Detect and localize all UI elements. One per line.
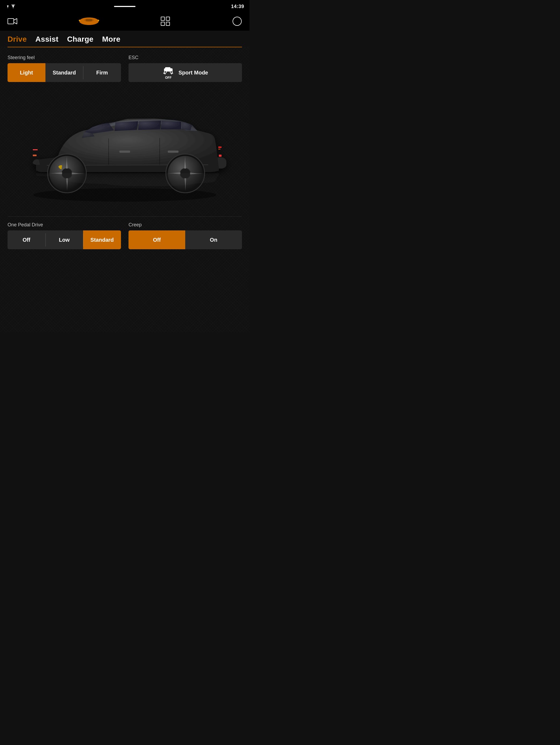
tab-charge[interactable]: Charge	[67, 35, 93, 47]
svg-marker-3	[14, 19, 17, 24]
tab-drive[interactable]: Drive	[7, 35, 27, 47]
steering-feel-buttons: Light Standard Firm	[7, 63, 121, 82]
svg-rect-28	[218, 147, 222, 148]
svg-rect-6	[86, 19, 92, 21]
car-illustration	[0, 82, 250, 217]
svg-rect-10	[98, 20, 99, 21]
creep-label: Creep	[129, 222, 242, 228]
svg-rect-2	[8, 19, 14, 24]
tab-assist[interactable]: Assist	[35, 35, 59, 47]
svg-point-1	[13, 7, 13, 8]
home-indicator	[114, 6, 135, 7]
wifi-signal-icon	[10, 4, 16, 9]
steering-firm-btn[interactable]: Firm	[83, 63, 121, 82]
esc-car-icon: OFF	[162, 66, 174, 79]
esc-off-label: OFF	[165, 76, 171, 79]
svg-rect-26	[33, 149, 38, 150]
esc-sport-mode-label: Sport Mode	[178, 70, 208, 76]
clock: 14:39	[231, 4, 244, 9]
svg-rect-30	[218, 149, 221, 150]
creep-group: Creep Off On	[129, 222, 242, 249]
steering-feel-label: Steering feel	[7, 55, 121, 61]
esc-sport-mode-btn[interactable]: OFF Sport Mode	[129, 63, 242, 82]
svg-rect-12	[166, 17, 170, 21]
one-pedal-buttons: Off Low Standard	[7, 230, 121, 249]
svg-point-15	[233, 17, 241, 26]
one-pedal-off-btn[interactable]: Off	[7, 230, 45, 249]
car-nav-icon[interactable]	[78, 15, 100, 27]
one-pedal-label: One Pedal Drive	[7, 222, 121, 228]
home-indicator-area	[114, 6, 135, 7]
car-image-area	[0, 82, 250, 217]
nav-bar	[0, 12, 250, 31]
svg-rect-29	[219, 155, 222, 157]
svg-point-19	[170, 71, 172, 73]
status-bar-left	[5, 4, 16, 9]
creep-off-btn[interactable]: Off	[129, 230, 185, 249]
main-content: Steering feel Light Standard Firm ESC	[0, 47, 250, 82]
one-pedal-drive-group: One Pedal Drive Off Low Standard	[7, 222, 121, 249]
svg-rect-13	[161, 22, 165, 26]
svg-rect-27	[33, 155, 37, 156]
bottom-controls-row: One Pedal Drive Off Low Standard Creep O…	[7, 222, 242, 249]
one-pedal-low-btn[interactable]: Low	[45, 230, 83, 249]
tabs-bar: Drive Assist Charge More	[0, 31, 250, 47]
svg-rect-23	[119, 151, 130, 153]
creep-on-btn[interactable]: On	[185, 230, 242, 249]
svg-rect-11	[161, 17, 165, 21]
esc-group: ESC OFF	[129, 55, 242, 82]
esc-label: ESC	[129, 55, 242, 61]
svg-rect-17	[165, 67, 170, 69]
video-icon[interactable]	[6, 15, 18, 27]
steering-light-btn[interactable]: Light	[7, 63, 45, 82]
wifi-icon	[5, 5, 10, 8]
svg-point-18	[164, 71, 166, 73]
top-controls-row: Steering feel Light Standard Firm ESC	[7, 55, 242, 82]
tab-active-underline	[7, 47, 242, 47]
svg-rect-14	[166, 22, 170, 26]
bottom-controls: One Pedal Drive Off Low Standard Creep O…	[0, 222, 250, 255]
car-svg	[14, 93, 235, 206]
svg-rect-24	[168, 151, 178, 153]
status-bar: 14:39	[0, 0, 250, 12]
profile-icon[interactable]	[231, 15, 243, 27]
svg-rect-9	[79, 20, 80, 21]
grid-icon[interactable]	[159, 15, 171, 27]
steering-standard-btn[interactable]: Standard	[45, 63, 83, 82]
creep-buttons: Off On	[129, 230, 242, 249]
one-pedal-standard-btn[interactable]: Standard	[83, 230, 121, 249]
steering-feel-group: Steering feel Light Standard Firm	[7, 55, 121, 82]
tab-more[interactable]: More	[102, 35, 121, 47]
